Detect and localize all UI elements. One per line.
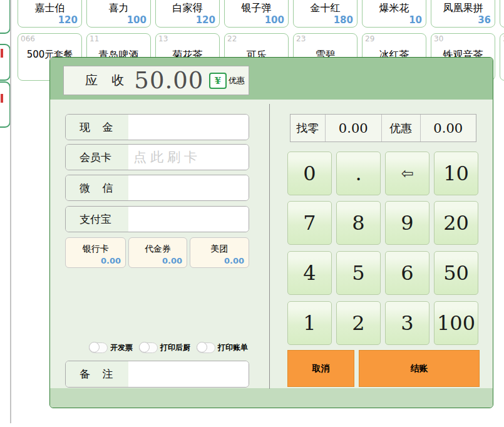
discount-readout-value: 0.00 [421,115,476,141]
product-card[interactable]: 嘉士伯 120 [18,0,82,28]
numpad-key-9[interactable]: 9 [385,201,429,245]
numpad-key-3[interactable]: 3 [385,301,429,345]
pane-divider [269,104,270,389]
product-name: 凤凰果拼 [431,2,495,15]
cut-off-text-fragment [1,94,3,103]
bank-card-button[interactable]: 银行卡 0.00 [65,237,126,268]
numpad-key-7[interactable]: 7 [287,201,332,245]
change-value: 0.00 [326,115,382,141]
member-card-field: 会员卡 [65,144,249,170]
bank-card-value: 0.00 [101,256,121,265]
product-card[interactable]: 爆米花 10 [362,0,426,28]
discount-readout-label: 优惠 [382,115,421,141]
product-name: 喜力 [87,2,150,15]
product-card[interactable]: 银子弹 100 [224,0,289,28]
checkout-button[interactable]: 结账 [359,350,480,387]
cancel-button[interactable]: 取消 [287,350,354,387]
meituan-value: 0.00 [224,256,244,265]
print-options-row: 开发票 打印后厨 打印账单 [89,342,248,353]
remark-label: 备 注 [66,361,128,387]
product-price: 10 [409,14,422,26]
product-name: 爆米花 [363,2,426,15]
invoice-toggle-label: 开发票 [110,342,133,353]
alipay-label: 支付宝 [66,207,128,232]
payment-dialog: 应 收 50.00 ¥ 优惠 餐台号 无 现 金 会员卡 微 信 支付宝 [49,57,493,408]
voucher-value: 0.00 [162,256,182,265]
numpad-key-100[interactable]: 100 [434,301,478,345]
toggle-knob [89,342,100,352]
numpad-key-1[interactable]: 1 [287,301,332,345]
print-bill-toggle-label: 打印账单 [218,342,248,353]
dialog-footer [50,388,493,408]
product-name: 银子弹 [225,2,288,15]
cash-label: 现 金 [66,115,128,140]
product-card[interactable]: 凤凰果拼 36 [431,0,495,28]
numpad-key-50[interactable]: 50 [434,251,478,295]
product-card[interactable]: 白家得 120 [155,0,220,28]
alipay-field: 支付宝 [65,206,249,232]
amount-due-value: 50.00 [134,67,203,94]
numpad-key-0[interactable]: 0 [287,152,332,195]
toggle-knob [139,342,150,352]
sidebar-partial-button[interactable] [0,81,11,128]
numpad-key-20[interactable]: 20 [434,201,478,245]
numpad-key-4[interactable]: 4 [287,251,332,295]
alipay-input[interactable] [128,207,249,232]
discount-button-label: 优惠 [229,75,245,86]
change-box: 找零 0.00 优惠 0.00 [290,114,476,142]
product-number: 11 [90,34,99,43]
remark-input[interactable] [128,361,249,387]
cash-input[interactable] [128,115,249,140]
yen-voucher-icon: ¥ [209,73,227,89]
numpad-key-10[interactable]: 10 [434,152,478,195]
meituan-button[interactable]: 美团 0.00 [190,237,249,268]
meituan-label: 美团 [190,244,249,255]
product-number: 30 [434,34,443,43]
numpad-key-2[interactable]: 2 [336,301,381,345]
wechat-field: 微 信 [65,175,249,201]
product-card[interactable]: 金十红 180 [293,0,357,28]
voucher-button[interactable]: 代金券 0.00 [128,237,187,268]
product-number: 29 [365,34,374,43]
product-price: 120 [58,14,78,26]
product-number: 22 [227,34,237,43]
numpad-key-backspace[interactable]: ⇦ [385,152,429,195]
numpad-key-5[interactable]: 5 [336,251,381,295]
numpad-key-8[interactable]: 8 [336,201,381,245]
print-bill-toggle[interactable] [197,342,215,353]
product-price: 100 [265,14,284,26]
voucher-label: 代金券 [129,244,187,255]
sidebar-partial-button[interactable] [0,0,11,34]
product-number: 23 [296,34,306,43]
wechat-label: 微 信 [66,175,128,200]
cut-off-text-fragment [1,49,3,58]
product-card[interactable]: 喜力 100 [86,0,151,28]
remark-field: 备 注 [65,361,249,388]
toggle-knob [197,342,207,352]
product-price: 120 [196,14,215,26]
pane-divider [10,0,11,423]
print-kitchen-toggle-label: 打印后厨 [160,342,190,353]
product-name: 金十红 [294,2,357,15]
amount-due-box: 应 收 50.00 ¥ 优惠 [63,66,249,95]
change-label: 找零 [291,115,326,141]
product-card-partial[interactable] [500,0,504,28]
numpad-key-6[interactable]: 6 [385,251,429,295]
member-card-input[interactable] [128,145,249,170]
product-number: 066 [21,34,35,43]
print-kitchen-toggle[interactable] [139,342,158,353]
product-name: 白家得 [156,2,219,15]
product-card-partial[interactable]: 3 [500,33,504,81]
discount-button[interactable]: ¥ 优惠 [209,73,245,89]
product-price: 36 [478,14,491,26]
amount-due-label: 应 收 [85,72,124,89]
wechat-input[interactable] [128,175,249,200]
numpad-key-dot[interactable]: . [336,152,381,195]
product-name: 嘉士伯 [18,2,81,15]
invoice-toggle[interactable] [89,342,108,353]
cash-field: 现 金 [65,114,249,140]
member-card-label: 会员卡 [66,145,128,170]
product-price: 100 [127,14,147,26]
product-price: 180 [334,14,353,26]
product-number: 13 [158,34,168,43]
